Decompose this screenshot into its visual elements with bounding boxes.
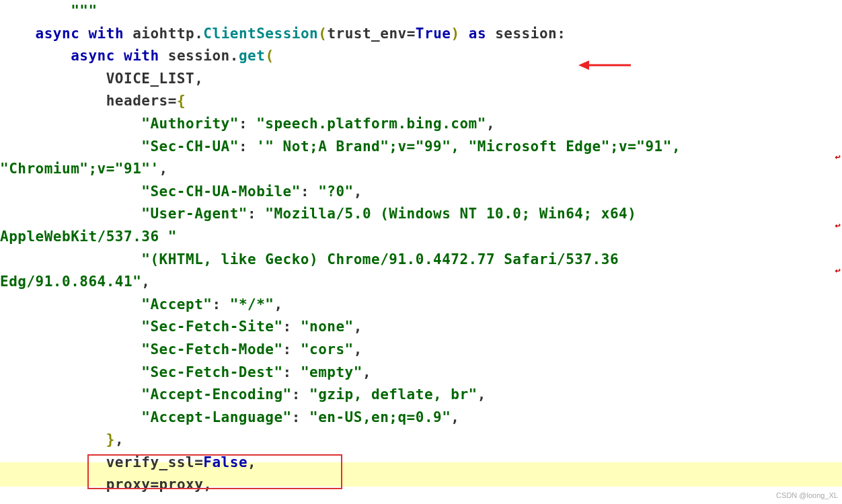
watermark: CSDN @loong_XL — [776, 490, 838, 502]
wrap-indicator-icon: ↩ — [835, 150, 841, 165]
arg-verify-ssl: verify_ssl — [106, 454, 194, 470]
code-block: """ async with aiohttp.ClientSession(tru… — [0, 0, 842, 497]
method-get: get — [239, 48, 265, 64]
wrap-indicator-icon: ↩ — [835, 263, 841, 278]
kw-async: async — [36, 26, 80, 42]
docstring-end: """ — [36, 3, 98, 19]
class-clientsession: ClientSession — [203, 26, 318, 42]
kw-with: with — [88, 26, 124, 42]
wrap-indicator-icon: ↩ — [835, 218, 841, 233]
